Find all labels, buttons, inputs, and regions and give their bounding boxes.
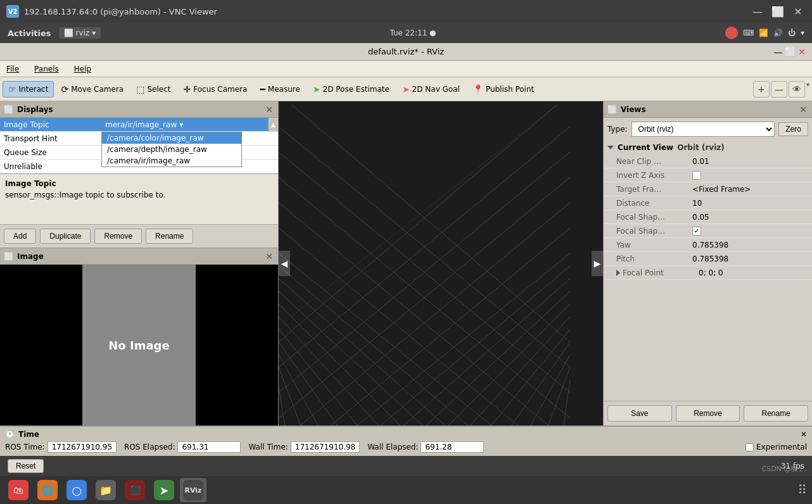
cv-row-focalpoint: Focal Point 0; 0; 0 [604,266,812,280]
interact-tool[interactable]: ☞ Interact [3,81,54,98]
cv-collapse-icon[interactable] [607,146,614,149]
cv-label-focalpoint: Focal Point [623,268,699,277]
cv-label-focalshape2: Focal Shap… [616,227,692,236]
focus-camera-tool[interactable]: ✛ Focus Camera [177,81,253,98]
time-bar-close-btn[interactable]: ✕ [801,430,807,439]
minimize-button[interactable]: — [750,4,765,19]
cv-focalpoint-arrow[interactable] [616,270,620,276]
ros-elapsed-field: ROS Elapsed: 691.31 [124,441,241,453]
dropdown-option-color[interactable]: /camera/color/image_raw [102,132,241,144]
move-camera-icon: ⟳ [61,84,68,94]
system-bar-right: ⌨ 📶 🔊 ⏻ ▾ [725,27,804,39]
views-remove-btn[interactable]: Remove [676,405,740,422]
image-display: No Image [0,265,278,425]
content-area: ⬜ Displays ✕ Image Topic mera/ir/image_r… [0,101,812,425]
add-btn[interactable]: Add [4,229,36,244]
displays-label-image-topic: Image Topic [0,119,101,130]
reset-btn[interactable]: Reset [8,459,44,473]
current-view-header: Current View Orbit (rviz) [604,141,812,154]
wall-elapsed-label: Wall Elapsed: [367,443,418,451]
experimental-label: Experimental [756,443,807,451]
taskbar-terminal[interactable]: ⬛ [122,478,148,502]
displays-btn-row: Add Duplicate Remove Rename [0,224,278,248]
select-tool[interactable]: ⬚ Select [130,81,176,98]
view-arrow-right[interactable]: ▶ [592,251,603,276]
app-max-btn[interactable]: ⬜ [785,47,796,57]
publish-point-tool[interactable]: 📍 Publish Point [467,81,540,98]
menu-bar: File Panels Help [0,61,812,77]
present-icon: ➤ [154,480,174,500]
close-button[interactable]: ✕ [790,4,806,19]
publish-icon: 📍 [473,84,483,94]
taskbar-rviz[interactable]: RViz [180,478,206,502]
taskbar-files[interactable]: 📁 [92,478,119,502]
displays-close-btn[interactable]: ✕ [264,104,274,115]
views-close-btn[interactable]: ✕ [798,104,808,115]
taskbar: 🛍 🌐 ○ 📁 ⬛ ➤ RViz ⠿ [0,476,812,504]
recording-indicator [725,27,738,39]
menu-help[interactable]: Help [72,63,94,75]
taskbar-app-store[interactable]: 🛍 [5,478,32,502]
time-icon: 🕐 [5,430,15,439]
taskbar-browser[interactable]: ○ [63,478,90,502]
type-select[interactable]: Orbit (rviz) [631,122,775,137]
cv-val-focalpoint: 0; 0; 0 [699,268,808,277]
image-panel: ⬜ Image ✕ No Image [0,248,278,425]
rviz-launcher[interactable]: ⬜ rviz ▾ [59,27,101,39]
add-display-btn[interactable]: + [753,81,770,98]
menu-file[interactable]: File [4,63,22,75]
files-icon: 📁 [96,480,116,500]
cv-checkbox-focalshape[interactable]: ✓ [692,227,701,236]
view-arrow-left[interactable]: ◀ [279,251,290,276]
title-bar: V2 192.168.137.64:0 (pi@yahboom) - VNC V… [0,0,812,23]
image-panel-title: Image [17,252,44,261]
views-type-row: Type: Orbit (rviz) Zero [604,118,812,141]
image-panel-close-btn[interactable]: ✕ [264,251,274,261]
views-save-btn[interactable]: Save [607,405,672,422]
menu-panels[interactable]: Panels [32,63,61,75]
toolbar-dropdown-arrow[interactable]: ▾ [806,81,809,98]
app-close-btn[interactable]: ✕ [798,47,806,57]
app-min-btn[interactable]: — [773,47,782,57]
dropdown-option-depth[interactable]: /camera/depth/image_raw [102,144,241,155]
pose-icon: ➤ [313,84,320,94]
cv-label-focalshape1: Focal Shap… [616,213,692,222]
wall-elapsed-value: 691.28 [421,441,484,453]
taskbar-file-manager[interactable]: 🌐 [34,478,61,502]
cv-label: Current View [618,143,673,152]
zero-btn[interactable]: Zero [778,122,808,136]
vnc-icon: V2 [6,5,19,18]
wall-time-label: Wall Time: [248,443,288,451]
dropdown-option-ir[interactable]: /camera/ir/image_raw [102,155,241,167]
title-bar-text: 192.168.137.64:0 (pi@yahboom) - VNC View… [24,7,750,16]
image-topic-dropdown-arrow[interactable]: ▾ [179,120,183,129]
pose-estimate-tool[interactable]: ➤ 2D Pose Estimate [307,81,395,98]
sys-icon-power: ⏻ [788,28,796,37]
time-bar-header: 🕐 Time ✕ [0,429,812,440]
activities-button[interactable]: Activities [8,28,51,38]
measure-icon: ━ [260,84,265,94]
remove-display-btn[interactable]: — [771,81,787,98]
cv-val-nearclip: 0.01 [692,157,808,166]
experimental-checkbox[interactable] [745,443,754,451]
3d-view[interactable]: ◀ ▶ [279,101,603,425]
duplicate-btn[interactable]: Duplicate [40,229,91,244]
image-panel-header: ⬜ Image ✕ [0,248,278,265]
settings-btn[interactable]: 👁 [789,81,805,98]
nav-goal-tool[interactable]: ➤ 2D Nav Goal [396,81,466,98]
move-camera-tool[interactable]: ⟳ Move Camera [55,81,129,98]
cv-checkbox-invertz[interactable] [692,171,701,180]
pose-label: 2D Pose Estimate [323,85,390,94]
maximize-button[interactable]: ⬜ [770,4,785,19]
rename-btn[interactable]: Rename [146,229,193,244]
apps-grid-icon[interactable]: ⠿ [797,482,807,498]
views-rename-btn[interactable]: Rename [744,405,808,422]
move-camera-label: Move Camera [71,85,124,94]
taskbar-present[interactable]: ➤ [151,478,177,502]
measure-tool[interactable]: ━ Measure [254,81,305,98]
remove-btn[interactable]: Remove [94,229,142,244]
displays-row-image-topic[interactable]: Image Topic mera/ir/image_raw ▾ ▲ [0,118,278,132]
file-manager-icon: 🌐 [37,480,58,500]
displays-label-unreliable: Unreliable [0,161,101,172]
scroll-up-btn[interactable]: ▲ [268,118,278,132]
